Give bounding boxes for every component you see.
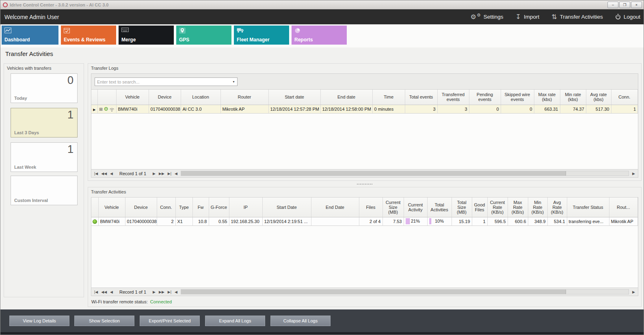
column-header[interactable]: Device [125,198,157,217]
column-header[interactable]: Conn. [611,90,638,105]
pager-prev-page-icon[interactable]: ◀◀ [101,290,107,294]
scrollbar-thumb[interactable] [181,171,566,176]
column-header[interactable]: Max Rate (KB/s) [508,198,528,217]
filter-card-today[interactable]: 0 Today [11,73,78,103]
nav-tile-reports[interactable]: Reports [292,26,347,45]
pager-next-icon[interactable]: ▶ [153,290,156,294]
expand-all-logs-button[interactable]: Expand All Logs [205,316,265,326]
filter-card-last-3-days[interactable]: 1 Last 3 Days [11,108,78,137]
column-header[interactable]: Avg rate (kbs) [586,90,611,105]
column-header[interactable]: Type [175,198,192,217]
column-header[interactable]: Files [359,198,383,217]
pager-next-page-icon[interactable]: ▶▶ [159,172,164,176]
column-header[interactable]: Transferred events [437,90,469,105]
column-header[interactable]: Transfer Status [567,198,609,217]
column-header[interactable]: Total Activities [427,198,452,217]
column-header[interactable]: Avg Rate (KB/s) [547,198,567,217]
column-header[interactable]: Current Activity [404,198,427,217]
nav-tile-merge[interactable]: Merge [119,26,174,45]
column-header[interactable]: Time [372,90,405,105]
panel-splitter[interactable] [88,182,642,186]
close-button[interactable]: × [631,2,642,8]
column-header[interactable]: Pending events [469,90,501,105]
column-header[interactable]: Max rate (kbs) [534,90,560,105]
column-header[interactable]: Conn. [157,198,175,217]
filter-card-custom-interval[interactable]: Custom Interval [11,176,78,205]
pager-last-icon[interactable]: ▶| [168,172,171,176]
cell-vehicle: BMW740i [116,105,149,113]
column-header[interactable]: Min rate (kbs) [560,90,586,105]
pager-next-page-icon[interactable]: ▶▶ [159,290,164,294]
cell-router: Mikrotik AP [609,217,638,225]
horizontal-scrollbar[interactable] [181,171,629,176]
export-print-selected-button[interactable]: Export/Print Selected [140,316,200,326]
collapse-all-logs-button[interactable]: Collapse All Logs [270,316,331,326]
processing-gear-icon: ⚙ [104,106,108,112]
column-header[interactable]: Current Size (MB) [383,198,404,217]
filter-card-last-week[interactable]: 1 Last Week [11,142,78,172]
row-indicator-header [91,90,97,105]
column-header[interactable]: Total Size (MB) [452,198,472,217]
column-header[interactable]: Vehicle [116,90,149,105]
logout-button[interactable]: Logout [615,14,640,20]
import-label: Import [524,14,539,20]
icons-column-header [97,90,116,105]
column-header[interactable]: Vehicle [98,198,125,217]
wifi-status-label: Wi-Fi transfer remote status: [91,299,148,304]
card-value: 0 [67,74,73,87]
column-header[interactable]: End date [320,90,372,105]
pager-first-icon[interactable]: |◀ [94,290,98,294]
settings-button[interactable]: ⚙⚙ Settings [471,14,504,20]
scroll-left-icon[interactable]: ◀ [175,172,177,176]
pager-prev-page-icon[interactable]: ◀◀ [101,172,107,176]
column-header[interactable]: G-Force [209,198,229,217]
horizontal-scrollbar[interactable] [181,289,629,294]
column-header[interactable]: Good Files [472,198,487,217]
cell-type: X1 [175,217,192,225]
pager-last-icon[interactable]: ▶| [168,290,171,294]
view-log-details-button[interactable]: View Log Details [9,316,69,326]
pager-next-icon[interactable]: ▶ [153,172,156,176]
nav-tile-dashboard[interactable]: Dashboard [2,26,58,45]
chevron-down-icon[interactable]: ▼ [230,80,237,83]
show-selection-button[interactable]: Show Selection [74,316,134,326]
column-header[interactable]: IP [229,198,262,217]
window-titlebar: Idrive Control Center - 3.0.2 version - … [0,0,644,9]
column-header[interactable]: Fw [192,198,209,217]
column-header[interactable]: Device [149,90,181,105]
minimize-button[interactable]: – [607,2,618,8]
transfer-activities-button[interactable]: ⇅ Transfer Activities [551,14,603,20]
expand-row-icon[interactable]: ⊞ [99,107,103,112]
import-button[interactable]: ↧ Import [516,14,540,20]
nav-tile-fleet-manager[interactable]: Fleet Manager [234,26,289,45]
search-combo: ▼ [95,77,238,86]
pager-first-icon[interactable]: |◀ [94,172,98,176]
column-header[interactable]: Location [181,90,220,105]
cell-location: Al CC 3.0 [181,105,220,113]
table-row[interactable]: ▶ ⊞⚙ BMW740i 017040000038 Al CC 3.0 Mikr… [91,105,638,113]
wifi-status-value: Connected [150,299,172,304]
maximize-button[interactable]: ❐ [619,2,630,8]
pager-prev-icon[interactable]: ◀ [110,290,113,294]
column-header[interactable]: Total events [405,90,437,105]
nav-tile-gps[interactable]: GPS [176,26,231,45]
column-header[interactable]: Skipped wire events [501,90,534,105]
cell-good-files: 1 [472,217,487,225]
nav-tile-events-reviews[interactable]: Events & Reviews [61,26,116,45]
search-input[interactable] [95,79,230,84]
column-header[interactable]: Min Rate (KB/s) [528,198,547,217]
column-header[interactable]: Start Date [262,198,311,217]
column-header[interactable]: Start date [268,90,320,105]
column-header[interactable]: Rout... [609,198,638,217]
pager-prev-icon[interactable]: ◀ [110,172,113,176]
scroll-right-icon[interactable]: ▶ [632,290,635,294]
column-header[interactable]: End Date [311,198,359,217]
scroll-right-icon[interactable]: ▶ [632,172,635,176]
column-header[interactable]: Current Rate (KB/s) [487,198,508,217]
scrollbar-thumb[interactable] [181,290,566,294]
column-header[interactable]: Router [220,90,268,105]
scroll-left-icon[interactable]: ◀ [175,290,177,294]
gear-small-icon: ⚙ [477,13,481,17]
gear-icon: ⚙ [471,14,476,20]
table-row[interactable]: BMW740i 017040000038 2 X1 10.8 0.55 192.… [91,217,638,225]
